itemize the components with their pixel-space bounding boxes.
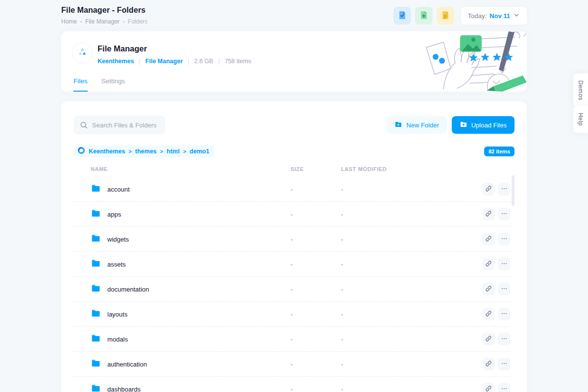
more-actions-button[interactable]: [498, 208, 511, 220]
table-row: apps - -: [74, 202, 511, 227]
folder-icon: [91, 258, 101, 270]
meta-separator: |: [188, 58, 189, 65]
path-seg-demo1[interactable]: demo1: [190, 148, 209, 155]
modified-value: -: [341, 311, 482, 318]
folder-name-link[interactable]: apps: [107, 211, 121, 218]
link-icon: [485, 260, 492, 269]
item-count: 758 items: [224, 58, 251, 65]
copy-link-button[interactable]: [482, 308, 495, 320]
more-actions-button[interactable]: [498, 233, 511, 245]
chevron-right-icon: >: [183, 148, 186, 154]
table-row: dashboards - -: [74, 377, 511, 392]
meta-separator: |: [139, 58, 140, 65]
more-actions-button[interactable]: [498, 283, 511, 295]
copy-link-button[interactable]: [482, 258, 495, 270]
more-actions-button[interactable]: [498, 308, 511, 320]
table-row: authentication - -: [74, 352, 511, 377]
table-scrollbar-thumb[interactable]: [512, 175, 514, 206]
file-lines-icon: [441, 10, 450, 22]
path-seg-keenthemes[interactable]: Keenthemes: [89, 148, 125, 155]
folder-name-link[interactable]: documentation: [107, 286, 149, 293]
copy-link-button[interactable]: [482, 358, 495, 370]
upload-files-button[interactable]: Upload Files: [452, 116, 514, 134]
modified-value: -: [341, 261, 482, 268]
toolbar-buttons: New Folder Upload Files: [387, 116, 514, 134]
copy-link-button[interactable]: [482, 183, 495, 196]
copy-link-button[interactable]: [482, 283, 495, 295]
file-add-button[interactable]: [415, 7, 433, 24]
brand-link[interactable]: Keenthemes: [98, 58, 134, 65]
search-wrap: [74, 116, 165, 134]
file-table-body: account - - apps - -: [74, 177, 511, 392]
ellipsis-icon: [501, 185, 508, 194]
folder-icon: [91, 233, 101, 245]
ellipsis-icon: [501, 260, 508, 269]
date-label: Today:: [468, 12, 487, 20]
modified-value: -: [341, 336, 482, 343]
new-folder-button[interactable]: New Folder: [387, 116, 446, 134]
new-folder-label: New Folder: [406, 122, 439, 129]
folder-name-link[interactable]: modals: [107, 336, 128, 343]
more-actions-button[interactable]: [498, 358, 511, 370]
meta-separator: |: [218, 58, 220, 65]
folder-icon: [91, 308, 101, 320]
more-actions-button[interactable]: [498, 333, 511, 345]
size-value: -: [291, 211, 341, 218]
date-picker-button[interactable]: Today: Nov 11: [461, 7, 527, 24]
link-icon: [485, 210, 492, 219]
size-value: -: [291, 186, 341, 193]
breadcrumb-home[interactable]: Home: [61, 18, 77, 25]
tab-settings[interactable]: Settings: [101, 77, 125, 92]
size-value: -: [291, 361, 341, 368]
files-card: New Folder Upload Files Keenthemes > the…: [61, 101, 527, 392]
file-notes-button[interactable]: [437, 7, 454, 24]
folder-name-link[interactable]: assets: [107, 261, 126, 268]
path-seg-html[interactable]: html: [167, 148, 179, 155]
file-check-icon: [397, 10, 407, 22]
copy-link-button[interactable]: [482, 333, 495, 345]
chevron-right-icon: >: [128, 148, 131, 154]
app-title: File Manager: [98, 44, 251, 53]
keenthemes-swirl-icon: [77, 147, 85, 156]
app-head: File Manager Keenthemes | File Manager |…: [98, 44, 251, 65]
modified-value: -: [341, 361, 482, 368]
link-icon: [485, 335, 492, 343]
ellipsis-icon: [501, 360, 508, 368]
header-illustration: [414, 31, 527, 92]
table-row: documentation - -: [74, 277, 511, 302]
modified-value: -: [341, 236, 482, 243]
more-actions-button[interactable]: [498, 383, 511, 392]
size-value: -: [291, 286, 341, 293]
folder-name-link[interactable]: account: [107, 186, 130, 193]
keenthemes-triangles-icon: [77, 47, 88, 59]
app-link[interactable]: File Manager: [146, 58, 183, 65]
copy-link-button[interactable]: [482, 208, 495, 220]
folder-name-link[interactable]: authentication: [107, 361, 147, 368]
tab-files[interactable]: Files: [74, 77, 88, 92]
breadcrumb-file-manager[interactable]: File Manager: [85, 18, 120, 25]
files-toolbar: New Folder Upload Files: [74, 116, 514, 134]
size-value: -: [291, 236, 341, 243]
file-plus-icon: [419, 10, 429, 22]
app-header-card: File Manager Keenthemes | File Manager |…: [61, 31, 527, 92]
demos-edge-tab[interactable]: Demos: [573, 74, 588, 107]
folder-icon: [91, 208, 101, 220]
size-value: -: [291, 261, 341, 268]
copy-link-button[interactable]: [482, 233, 495, 245]
app-meta: Keenthemes | File Manager | 2.6 GB | 758…: [98, 58, 251, 65]
storage-size: 2.6 GB: [194, 58, 213, 65]
copy-link-button[interactable]: [482, 383, 495, 392]
folder-name-link[interactable]: dashboards: [107, 386, 141, 392]
help-edge-tab[interactable]: Help: [573, 106, 588, 133]
file-check-button[interactable]: [393, 7, 411, 24]
folder-icon: [91, 183, 101, 196]
topbar-actions: Today: Nov 11: [393, 7, 527, 24]
more-actions-button[interactable]: [498, 183, 511, 196]
link-icon: [485, 235, 492, 244]
folder-name-link[interactable]: layouts: [107, 311, 127, 318]
path-seg-themes[interactable]: themes: [135, 148, 157, 155]
link-icon: [485, 285, 492, 294]
folder-upload-icon: [460, 121, 467, 130]
folder-name-link[interactable]: widgets: [107, 236, 129, 243]
more-actions-button[interactable]: [498, 258, 511, 270]
